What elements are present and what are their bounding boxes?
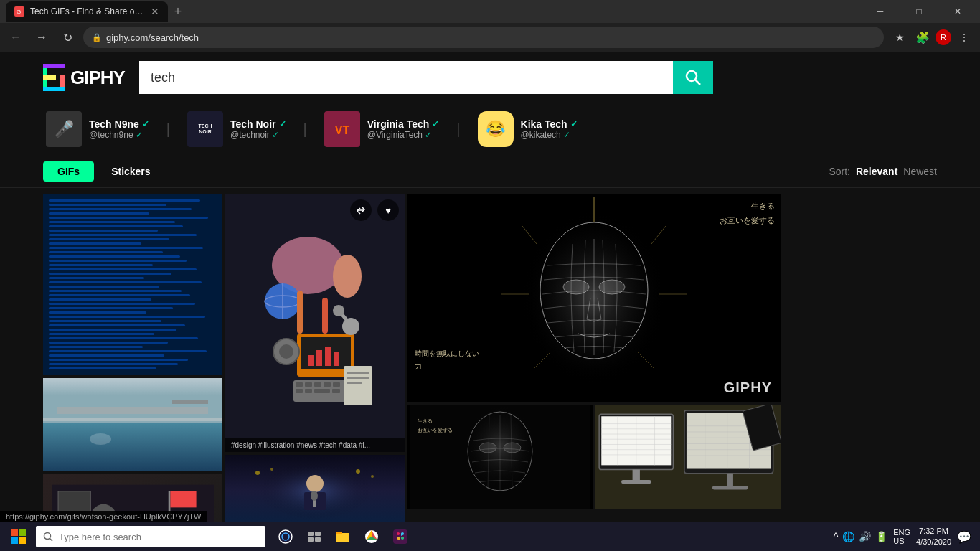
svg-point-69 xyxy=(563,280,589,294)
language-indicator[interactable]: ENG US xyxy=(893,528,910,545)
giphy-header: GIPHY tech xyxy=(0,52,980,103)
face-small-svg: 生きる お互いを愛する xyxy=(407,405,593,509)
refresh-button[interactable]: ↻ xyxy=(57,27,77,47)
virginia-tech-logo: VT xyxy=(329,116,356,143)
taskbar-chrome-icon[interactable] xyxy=(359,524,385,550)
svg-rect-126 xyxy=(308,532,314,536)
status-bar: https://giphy.com/gifs/watson-geekout-HU… xyxy=(0,511,207,522)
channel-handle-virginia-tech: @VirginiaTech ✓ xyxy=(367,130,440,140)
lock-icon: 🔒 xyxy=(92,33,102,42)
code-line xyxy=(49,294,190,296)
channel-name-kika-tech: Kika Tech ✓ xyxy=(521,118,578,130)
more-button[interactable]: ⋮ xyxy=(954,27,974,47)
gif-elon-visual xyxy=(225,455,405,523)
tray-volume-icon[interactable]: 🔊 xyxy=(859,531,871,542)
code-line xyxy=(49,324,185,326)
svg-text:お互いを愛する: お互いを愛する xyxy=(418,428,453,433)
page-content: GIPHY tech 🎤 Tech N9ne ✓ @techn9ne ✓ | xyxy=(0,52,980,523)
back-button[interactable]: ← xyxy=(6,27,26,47)
code-line xyxy=(49,204,166,206)
system-tray: ^ 🌐 🔊 🔋 ENG US 7:32 PM 4/30/2020 💬 xyxy=(834,526,977,548)
gif-blue-code[interactable] xyxy=(43,194,222,375)
new-tab-button[interactable]: + xyxy=(168,1,188,22)
channel-avatar-virginia-tech: VT xyxy=(324,111,360,147)
svg-rect-101 xyxy=(633,470,640,481)
tab-favicon: G xyxy=(14,6,24,17)
sort-newest[interactable]: Newest xyxy=(903,166,937,177)
code-line xyxy=(49,290,182,292)
giphy-logo[interactable]: GIPHY xyxy=(43,64,125,91)
svg-rect-21 xyxy=(170,491,196,508)
svg-rect-140 xyxy=(401,533,402,536)
forward-button[interactable]: → xyxy=(32,27,52,47)
taskbar-slack-icon[interactable] xyxy=(387,524,413,550)
channel-info-virginia-tech: Virginia Tech ✓ @VirginiaTech ✓ xyxy=(367,118,440,140)
channel-avatar-kika-tech: 😂 xyxy=(478,111,514,147)
svg-point-124 xyxy=(279,530,292,543)
sort-relevant[interactable]: Relevant xyxy=(856,166,897,177)
svg-line-72 xyxy=(522,226,537,244)
extension-btn-1[interactable]: 🧩 xyxy=(913,27,933,47)
channel-item-kika-tech[interactable]: 😂 Kika Tech ✓ @kikatech ✓ xyxy=(475,108,580,150)
taskbar-search-icon xyxy=(43,532,53,542)
gif-column-2: ♥ xyxy=(225,194,405,523)
svg-rect-139 xyxy=(397,533,400,534)
svg-line-8 xyxy=(695,80,700,85)
code-line xyxy=(49,242,141,245)
clock[interactable]: 7:32 PM 4/30/2020 xyxy=(916,526,951,548)
svg-rect-13 xyxy=(43,418,222,423)
minimize-button[interactable]: ─ xyxy=(864,0,897,23)
taskbar-search-input[interactable] xyxy=(59,532,258,542)
taskbar-task-view-icon[interactable] xyxy=(301,524,327,550)
close-button[interactable]: ✕ xyxy=(941,0,974,23)
svg-rect-115 xyxy=(727,474,733,487)
channel-name-virginia-tech: Virginia Tech ✓ xyxy=(367,118,440,130)
taskbar-cortana-icon[interactable] xyxy=(273,524,298,550)
svg-rect-128 xyxy=(308,537,314,542)
extension-btn-2[interactable]: R xyxy=(936,29,951,45)
code-line xyxy=(49,333,154,335)
notification-center-button[interactable]: 💬 xyxy=(957,530,971,544)
tab-stickers[interactable]: Stickers xyxy=(97,161,164,182)
title-bar: G Tech GIFs - Find & Share on GIP ✕ + ─ … xyxy=(0,0,980,23)
channel-item-tech-noir[interactable]: TECHNOIR Tech Noir ✓ @technoir ✓ xyxy=(184,108,289,150)
svg-text:VT: VT xyxy=(334,124,349,136)
svg-rect-121 xyxy=(19,537,26,544)
gif-elon[interactable] xyxy=(225,455,405,523)
start-button[interactable] xyxy=(3,522,34,551)
code-line xyxy=(49,346,143,348)
code-line xyxy=(49,221,175,223)
search-input[interactable]: tech xyxy=(139,61,673,94)
tray-network-icon[interactable]: 🌐 xyxy=(842,531,854,542)
filter-bar: GIFs Stickers Sort: Relevant Newest xyxy=(0,156,980,188)
gif-face-large[interactable]: 生きる お互いを愛する xyxy=(407,194,781,402)
code-line xyxy=(49,225,183,227)
taskbar-search[interactable] xyxy=(36,526,265,547)
browser-tab[interactable]: G Tech GIFs - Find & Share on GIP ✕ xyxy=(6,1,168,22)
tray-battery-icon[interactable]: 🔋 xyxy=(875,531,887,542)
svg-rect-142 xyxy=(398,537,400,540)
channel-item-tech-n9ne[interactable]: 🎤 Tech N9ne ✓ @techn9ne ✓ xyxy=(43,108,152,150)
gif-pool[interactable] xyxy=(43,378,222,471)
url-bar[interactable]: 🔒 giphy.com/search/tech xyxy=(83,27,884,48)
bookmark-button[interactable]: ★ xyxy=(890,27,910,47)
gif-action-buttons: ♥ xyxy=(350,199,399,221)
channels-bar: 🎤 Tech N9ne ✓ @techn9ne ✓ | TECHNOIR Tec… xyxy=(0,103,980,156)
svg-point-60 xyxy=(270,468,273,471)
tab-gifs[interactable]: GIFs xyxy=(43,161,94,182)
gif-face-small[interactable]: 生きる お互いを愛する xyxy=(407,405,593,509)
taskbar-file-explorer-icon[interactable] xyxy=(330,524,356,550)
svg-line-123 xyxy=(50,539,53,542)
channel-item-virginia-tech[interactable]: VT Virginia Tech ✓ @VirginiaTech ✓ xyxy=(321,108,443,150)
sort-section: Sort: Relevant Newest xyxy=(829,166,937,177)
search-button[interactable] xyxy=(673,61,713,94)
svg-rect-12 xyxy=(43,421,222,471)
gif-computer[interactable] xyxy=(595,405,781,509)
gif-tech-illustration[interactable]: ♥ xyxy=(225,194,405,452)
tray-chevron-icon[interactable]: ^ xyxy=(834,531,839,542)
maximize-button[interactable]: □ xyxy=(903,0,936,23)
gif-favorite-button[interactable]: ♥ xyxy=(377,199,399,221)
gif-link-button[interactable] xyxy=(350,199,372,221)
code-line xyxy=(49,212,149,215)
tab-close-btn[interactable]: ✕ xyxy=(151,6,159,17)
